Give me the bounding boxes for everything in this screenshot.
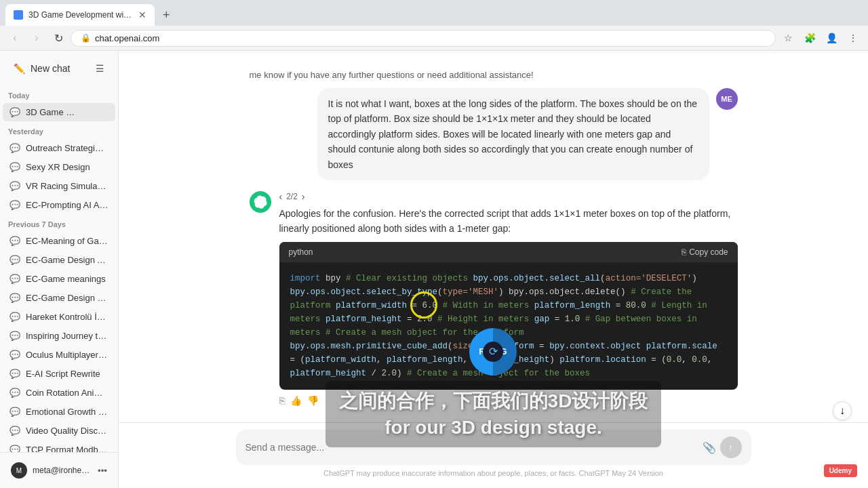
delete-button[interactable]: 🗑: [100, 108, 108, 117]
prev-message-button[interactable]: ‹: [279, 191, 283, 202]
sidebar-section-yesterday: Yesterday: [0, 122, 118, 138]
chat-icon-15: 💬: [9, 426, 20, 436]
sidebar-item-sexy-xr[interactable]: 💬 Sexy XR Design: [3, 158, 115, 176]
attach-button[interactable]: 📎: [703, 441, 716, 454]
sidebar-item-ec-prompting[interactable]: 💬 EC-Prompting AI Art, Descrip...: [3, 196, 115, 214]
user-info-button[interactable]: M meta@ironheadxr.com •••: [5, 458, 113, 483]
sidebar-list: Today 💬 3D Game Developme... ✏️ ↗ 🗑 Yest…: [0, 86, 118, 452]
chat-icon-12: 💬: [9, 369, 20, 379]
url-display: chat.openai.com: [95, 33, 766, 43]
ai-message: ‹ 2/2 › Apologies for the confusion. Her…: [250, 191, 738, 406]
sidebar-item-tcp-format[interactable]: 💬 TCP Format Modbus Messag...: [3, 441, 115, 452]
sidebar-section-today: Today: [0, 86, 118, 102]
share-button[interactable]: ↗: [92, 108, 99, 117]
previous-ai-note: me know if you have any further question…: [250, 64, 738, 88]
input-wrapper: 📎 ↑: [236, 430, 751, 465]
sidebar: ✏️ New chat ☰ Today 💬 3D Game Developme.…: [0, 51, 119, 488]
ai-response-text: Apologies for the confusion. Here's the …: [279, 206, 738, 237]
footer-note: ChatGPT may produce inaccurate informati…: [132, 469, 854, 477]
chat-icon-16: 💬: [9, 445, 20, 452]
user-initials: M: [16, 467, 22, 474]
main-content: me know if you have any further question…: [119, 51, 868, 488]
lock-icon: 🔒: [81, 33, 91, 43]
message-nav-label: 2/2: [286, 192, 298, 201]
new-chat-label: New chat: [31, 63, 70, 74]
code-language-label: python: [289, 247, 313, 257]
chat-icon-1: 💬: [9, 143, 20, 153]
ai-avatar: [250, 191, 271, 213]
sidebar-section-prev7: Previous 7 Days: [0, 215, 118, 231]
chat-icon-10: 💬: [9, 331, 20, 341]
copy-icon: ⎘: [682, 247, 686, 257]
user-menu-button[interactable]: •••: [98, 466, 107, 476]
rename-button[interactable]: ✏️: [81, 108, 91, 117]
copy-code-button[interactable]: ⎘ Copy code: [682, 247, 728, 257]
send-icon: ↑: [728, 442, 733, 453]
chat-icon-8: 💬: [9, 293, 20, 303]
thumbdown-button[interactable]: 👎: [307, 395, 319, 406]
chat-icon-9: 💬: [9, 312, 20, 322]
sidebar-toggle-button[interactable]: ☰: [96, 63, 104, 74]
ai-content: ‹ 2/2 › Apologies for the confusion. Her…: [279, 191, 738, 406]
sidebar-item-hareket[interactable]: 💬 Hareket Kontrolü İçin Karşlaş...: [3, 308, 115, 326]
sidebar-item-outreach[interactable]: 💬 Outreach Strategies for Enterr...: [3, 139, 115, 157]
new-tab-button[interactable]: +: [157, 5, 176, 25]
back-button[interactable]: ‹: [5, 28, 24, 47]
chat-input-area: 📎 ↑ ChatGPT may produce inaccurate infor…: [119, 422, 868, 488]
sidebar-item-3d-game-dev[interactable]: 💬 3D Game Developme... ✏️ ↗ 🗑: [3, 103, 115, 121]
edit-icon: ✏️: [14, 63, 25, 74]
tab-title: 3D Game Development with E...: [28, 10, 133, 20]
app-container: ✏️ New chat ☰ Today 💬 3D Game Developme.…: [0, 51, 868, 488]
sidebar-item-video-quality[interactable]: 💬 Video Quality Discussion: [3, 422, 115, 440]
extensions-button[interactable]: 🧩: [800, 28, 819, 47]
chat-icon-7: 💬: [9, 274, 20, 284]
user-message-text: It is not what I want, boxes at the long…: [328, 98, 698, 170]
sidebar-item-vr-racing[interactable]: 💬 VR Racing Simulator Partners...: [3, 177, 115, 195]
sidebar-top: ✏️ New chat ☰: [0, 51, 118, 86]
message-container: me know if you have any further question…: [236, 64, 751, 406]
sidebar-item-ec-meaning[interactable]: 💬 EC-Meaning of Game: [3, 232, 115, 250]
sidebar-item-ec-game-design-ideas[interactable]: 💬 EC-Game Design Ideas: [3, 289, 115, 307]
sidebar-item-ec-game-meanings[interactable]: 💬 EC-Game meanings: [3, 270, 115, 288]
chat-icon-3: 💬: [9, 181, 20, 191]
copy-message-button[interactable]: ⎘: [279, 395, 285, 406]
chat-icon-6: 💬: [9, 255, 20, 265]
browser-chrome: 3D Game Development with E... ✕ + ‹ › ↻ …: [0, 0, 868, 51]
chat-icon-11: 💬: [9, 350, 20, 360]
scroll-down-button[interactable]: ↓: [833, 401, 852, 420]
sidebar-item-e-ai[interactable]: 💬 E-AI Script Rewrite: [3, 365, 115, 383]
chat-icon-5: 💬: [9, 236, 20, 246]
profile-button[interactable]: 👤: [822, 28, 841, 47]
message-actions: ⎘ 👍 👎: [279, 395, 738, 406]
user-name-label: meta@ironheadxr.com: [33, 466, 92, 475]
new-chat-button[interactable]: ✏️ New chat ☰: [5, 58, 113, 79]
menu-button[interactable]: ⋮: [844, 28, 863, 47]
code-block: python ⎘ Copy code import bpy # Clear ex…: [279, 242, 738, 390]
code-body: import bpy # Clear existing objects bpy.…: [279, 262, 738, 390]
chat-input[interactable]: [245, 442, 697, 458]
user-message: It is not what I want, boxes at the long…: [250, 88, 738, 180]
sidebar-item-coin-rotation[interactable]: 💬 Coin Rotation Animation.: [3, 384, 115, 402]
chat-area[interactable]: me know if you have any further question…: [119, 51, 868, 422]
tab-favicon: [14, 10, 23, 20]
sidebar-item-emotional[interactable]: 💬 Emotional Growth in XR: [3, 403, 115, 421]
address-bar[interactable]: 🔒 chat.openai.com: [71, 30, 776, 47]
next-message-button[interactable]: ›: [302, 191, 305, 202]
tab-bar: 3D Game Development with E... ✕ +: [0, 0, 868, 26]
chat-icon-13: 💬: [9, 388, 20, 398]
thumbup-button[interactable]: 👍: [290, 395, 302, 406]
scroll-down-icon: ↓: [840, 405, 845, 417]
chat-icon-0: 💬: [9, 107, 20, 117]
sidebar-item-inspiring[interactable]: 💬 Inspiring Journey to Entrepren...: [3, 327, 115, 345]
sidebar-item-oculus[interactable]: 💬 Oculus Multiplayer Integratio...: [3, 346, 115, 364]
chat-icon-2: 💬: [9, 162, 20, 172]
bookmark-button[interactable]: ☆: [778, 28, 797, 47]
send-button[interactable]: ↑: [720, 436, 742, 458]
active-tab[interactable]: 3D Game Development with E... ✕: [5, 4, 155, 26]
reload-button[interactable]: ↻: [49, 28, 68, 47]
sidebar-item-ec-game-design[interactable]: 💬 EC-Game Design Assistance: [3, 251, 115, 269]
tab-close-button[interactable]: ✕: [138, 9, 146, 20]
user-avatar: M: [11, 462, 27, 479]
sidebar-footer: M meta@ironheadxr.com •••: [0, 452, 118, 488]
forward-button[interactable]: ›: [27, 28, 46, 47]
